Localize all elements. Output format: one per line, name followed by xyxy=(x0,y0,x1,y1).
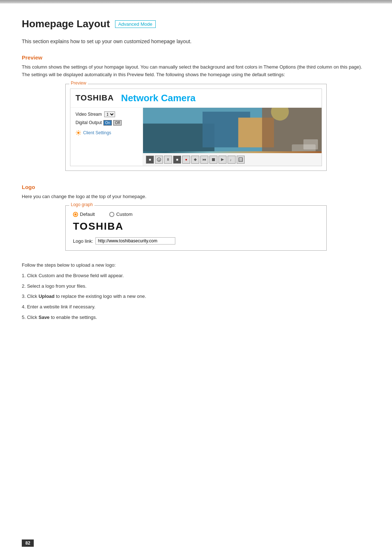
page-number: 82 xyxy=(22,539,34,547)
preview-network-camera: Network Camera xyxy=(121,93,196,104)
top-bar xyxy=(0,0,392,3)
svg-marker-12 xyxy=(221,158,224,161)
radio-row: Default Custom xyxy=(73,212,319,217)
svg-rect-11 xyxy=(212,158,215,161)
logo-heading: Logo xyxy=(22,184,370,190)
radio-default-circle[interactable] xyxy=(73,212,78,217)
toshiba-logo-large: TOSHIBA xyxy=(73,221,319,232)
preview-body: Video Stream 1 Digital Output On Off xyxy=(70,108,322,166)
svg-point-0 xyxy=(77,132,79,134)
radio-custom-circle[interactable] xyxy=(109,212,114,217)
gear-icon xyxy=(75,130,81,136)
step-2: 2. Select a logo from your files. xyxy=(22,282,370,291)
logo-box-label: Logo graph xyxy=(69,202,94,207)
ctrl-btn-11[interactable] xyxy=(237,156,245,164)
svg-rect-14 xyxy=(239,158,242,161)
preview-header: TOSHIBA Network Camera xyxy=(70,89,322,108)
ctrl-btn-6[interactable] xyxy=(191,156,199,164)
client-settings-label[interactable]: Client Settings xyxy=(83,130,111,135)
logo-description: Here you can change the logo at the top … xyxy=(22,193,370,201)
ctrl-btn-1[interactable]: ■ xyxy=(146,156,154,164)
preview-section: Preview This column shows the settings o… xyxy=(22,54,370,171)
step-3: 3. Click Upload to replace the existing … xyxy=(22,292,370,301)
digital-output-label: Digital Output xyxy=(75,120,102,125)
ctrl-btn-2[interactable]: ⊕ xyxy=(155,156,163,164)
preview-left-panel: Video Stream 1 Digital Output On Off xyxy=(70,108,143,166)
preview-toshiba-logo: TOSHIBA xyxy=(75,93,114,103)
digital-output-on-button[interactable]: On xyxy=(103,120,112,126)
ctrl-btn-9[interactable] xyxy=(219,156,226,164)
ctrl-btn-3[interactable]: ⏸ xyxy=(164,156,172,164)
preview-box-label: Preview xyxy=(69,81,88,86)
ctrl-btn-4[interactable]: ■ xyxy=(173,156,181,164)
logo-link-input[interactable] xyxy=(95,237,175,245)
radio-default[interactable]: Default xyxy=(73,212,95,217)
ctrl-btn-10[interactable]: ♪ xyxy=(228,156,236,164)
svg-rect-5 xyxy=(262,108,322,151)
video-stream-select[interactable]: 1 xyxy=(104,111,115,117)
step-4: 4. Enter a website link if necessary. xyxy=(22,303,370,312)
radio-custom[interactable]: Custom xyxy=(109,212,132,217)
ctrl-btn-7[interactable]: ⏮ xyxy=(200,156,208,164)
page-title: Homepage Layout xyxy=(22,18,110,30)
preview-heading: Preview xyxy=(22,54,370,61)
digital-output-off-button[interactable]: Off xyxy=(113,120,122,126)
step-5: 5. Click Save to enable the settings. xyxy=(22,313,370,322)
ctrl-btn-5[interactable] xyxy=(182,156,190,164)
logo-box: Logo graph Default Custom TOSHIBA Logo l… xyxy=(65,205,327,251)
ctrl-btn-8[interactable] xyxy=(209,156,217,164)
logo-link-label: Logo link: xyxy=(73,238,93,244)
video-stream-label: Video Stream xyxy=(75,112,102,117)
svg-rect-7 xyxy=(292,144,316,151)
digital-output-row: Digital Output On Off xyxy=(75,120,138,126)
preview-right-panel: ■ ⊕ ⏸ ■ ⏮ xyxy=(143,108,322,166)
page-title-row: Homepage Layout Advanced Mode xyxy=(22,18,370,30)
steps-list: Follow the steps below to upload a new l… xyxy=(22,261,370,322)
radio-default-label: Default xyxy=(80,212,95,217)
logo-section: Logo Here you can change the logo at the… xyxy=(22,184,370,251)
advanced-mode-badge[interactable]: Advanced Mode xyxy=(115,20,156,28)
preview-inner-box: TOSHIBA Network Camera Video Stream 1 xyxy=(70,89,322,166)
radio-custom-label: Custom xyxy=(116,212,132,217)
svg-text:♪: ♪ xyxy=(230,158,232,162)
logo-link-row: Logo link: xyxy=(73,237,319,245)
svg-text:⊕: ⊕ xyxy=(158,158,160,161)
video-stream-row: Video Stream 1 xyxy=(75,111,138,117)
preview-controls-row: ■ ⊕ ⏸ ■ ⏮ xyxy=(143,153,322,166)
preview-description: This column shows the settings of your h… xyxy=(22,63,370,79)
step-1: 1. Click Custom and the Browse field wil… xyxy=(22,271,370,280)
svg-marker-10 xyxy=(194,158,197,161)
client-settings-row: Client Settings xyxy=(75,130,138,136)
intro-text: This section explains how to set up your… xyxy=(22,38,370,44)
preview-outer-box: Preview TOSHIBA Network Camera Video Str… xyxy=(65,84,327,171)
steps-intro: Follow the steps below to upload a new l… xyxy=(22,261,370,270)
camera-image xyxy=(143,108,322,153)
